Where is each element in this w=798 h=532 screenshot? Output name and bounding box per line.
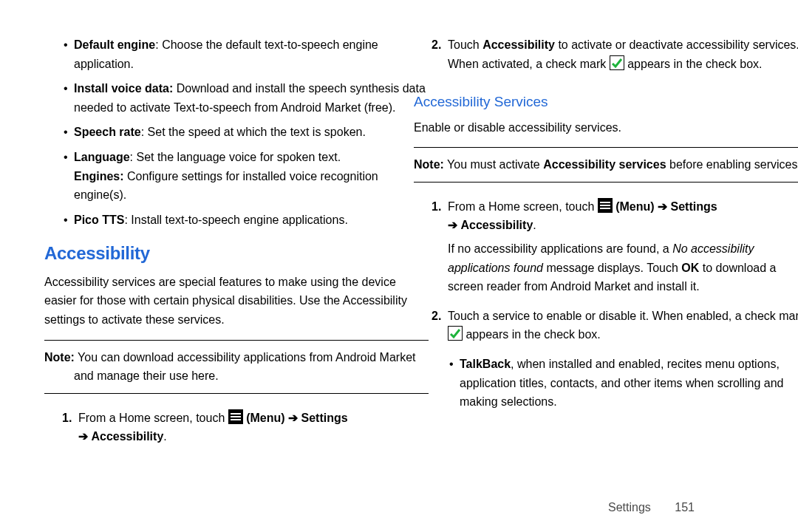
note-label: Note:: [414, 158, 444, 171]
p2d: OK: [681, 262, 699, 274]
menu-label: (Menu): [615, 200, 658, 213]
note-label: Note:: [44, 351, 75, 364]
note-c: before enabling services.: [666, 158, 798, 171]
text-b: appears in the check box.: [466, 328, 600, 341]
steps-left: 1. From a Home screen, touch (Menu) ➔ Se…: [62, 409, 429, 446]
arrow2: ➔: [448, 219, 457, 231]
menu-label: (Menu): [246, 412, 288, 424]
settings-label: Settings: [671, 200, 717, 213]
text: : Install text-to-speech engine applicat…: [124, 214, 347, 226]
step-2-right-top: 2. Touch Accessibility to activate or de…: [432, 35, 798, 73]
label: TalkBack: [460, 358, 511, 370]
text-a: From a Home screen, touch: [448, 200, 598, 213]
left-column: Default engine: Choose the default text-…: [44, 35, 429, 457]
arrow: ➔: [288, 412, 298, 424]
p2a: If no accessibility applications are fou…: [448, 242, 672, 255]
subhead-accessibility-services: Accessibility Services: [414, 91, 798, 113]
services-intro: Enable or disable accessibility services…: [414, 118, 798, 137]
talkback-bullet-list: TalkBack, when installed and enabled, re…: [449, 355, 798, 412]
bullet-talkback: TalkBack, when installed and enabled, re…: [449, 355, 798, 412]
bullet-default-engine: Default engine: Choose the default text-…: [64, 35, 429, 73]
steps-right-top: 2. Touch Accessibility to activate or de…: [432, 35, 798, 73]
accessibility-label: Accessibility: [460, 219, 533, 231]
step-2-right: 2. Touch a service to enable or disable …: [432, 307, 798, 344]
menu-icon: [228, 409, 243, 424]
right-column: 2. Touch Accessibility to activate or de…: [414, 35, 798, 417]
check-icon: [610, 55, 624, 70]
label: Engines:: [74, 170, 124, 183]
text-a: Touch: [448, 38, 482, 51]
label: Language: [74, 151, 130, 163]
footer-section: Settings: [608, 501, 651, 514]
text: : Set the language voice for spoken text…: [130, 151, 341, 163]
text: : Set the speed at which the text is spo…: [141, 126, 366, 138]
period: .: [163, 430, 166, 443]
step-number: 2.: [432, 35, 441, 55]
note-block-right: Note: You must activate Accessibility se…: [414, 147, 798, 183]
heading-accessibility: Accessibility: [44, 239, 429, 267]
step-1-right: 1. From a Home screen, touch (Menu) ➔ Se…: [432, 197, 798, 296]
page-footer: Settings 151: [608, 501, 695, 514]
note-block-left: Note: You can download accessibility app…: [44, 340, 429, 394]
accessibility-label: Accessibility: [91, 430, 163, 443]
note-text: You can download accessibility applicati…: [74, 351, 415, 383]
step-1-left: 1. From a Home screen, touch (Menu) ➔ Se…: [62, 409, 429, 446]
arrow: ➔: [658, 200, 667, 213]
manual-page: Default engine: Choose the default text-…: [0, 0, 798, 532]
tts-options-list: Default engine: Choose the default text-…: [64, 35, 429, 229]
arrow2: ➔: [78, 430, 88, 443]
label: Pico TTS: [74, 214, 124, 226]
note-b: Accessibility services: [543, 158, 666, 171]
text-a: Touch a service to enable or disable it.…: [448, 310, 798, 322]
accessibility-intro: Accessibility services are special featu…: [44, 273, 429, 330]
footer-page-number: 151: [675, 501, 695, 514]
label: Default engine: [74, 38, 155, 51]
settings-label: Settings: [301, 412, 348, 424]
period: .: [533, 219, 536, 231]
text-d: appears in the check box.: [627, 58, 762, 70]
step-number: 1.: [432, 197, 441, 216]
label: Install voice data:: [74, 82, 173, 95]
text-a: From a Home screen, touch: [78, 412, 228, 424]
step-number: 2.: [432, 307, 441, 326]
bullet-language: Language: Set the language voice for spo…: [64, 148, 429, 205]
text-b: Accessibility: [482, 38, 555, 51]
label: Speech rate: [74, 126, 141, 138]
check-icon: [448, 326, 463, 341]
bullet-install-voice-data: Install voice data: Download and install…: [64, 79, 429, 117]
engines-line: Engines: Configure settings for installe…: [74, 167, 429, 205]
note-a: You must activate: [444, 158, 543, 171]
menu-icon: [598, 198, 613, 213]
step-number: 1.: [62, 409, 72, 428]
bullet-pico-tts: Pico TTS: Install text-to-speech engine …: [64, 211, 429, 230]
bullet-speech-rate: Speech rate: Set the speed at which the …: [64, 123, 429, 142]
steps-right: 1. From a Home screen, touch (Menu) ➔ Se…: [432, 197, 798, 344]
p2c: message displays. Touch: [543, 262, 681, 274]
